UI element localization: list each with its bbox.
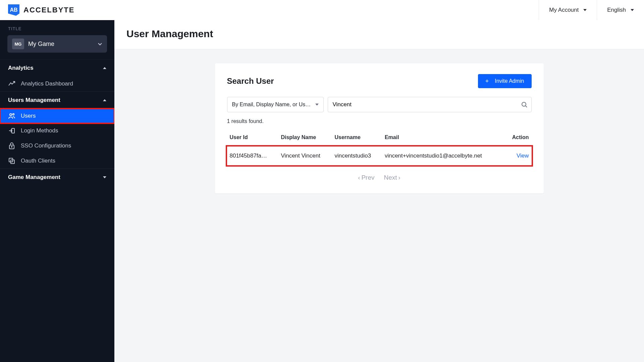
- pager-prev[interactable]: ‹ Prev: [358, 174, 374, 181]
- title-name: My Game: [28, 41, 94, 48]
- sidebar-item-login-methods[interactable]: Login Methods: [0, 123, 114, 138]
- brand-name: ACCELBYTE: [23, 6, 74, 14]
- brand: AB ACCELBYTE: [8, 4, 74, 16]
- invite-admin-label: Invite Admin: [495, 78, 524, 84]
- svg-point-1: [13, 114, 14, 115]
- chevron-right-icon: ›: [398, 174, 400, 181]
- sidebar: TITLE MG My Game Analytics Analytics Das…: [0, 20, 114, 362]
- col-username: Username: [332, 130, 382, 146]
- sidebar-item-users[interactable]: Users: [0, 109, 114, 123]
- search-icon: [521, 102, 527, 108]
- pager-next-label: Next: [384, 174, 397, 181]
- svg-point-0: [10, 114, 12, 116]
- svg-line-8: [526, 106, 527, 107]
- pager-next[interactable]: Next ›: [384, 174, 400, 181]
- table-row: 801f45b87fa… Vincent Vincent vincentstud…: [227, 146, 532, 165]
- page-header: User Management: [114, 20, 644, 49]
- search-filter-select[interactable]: By Email, Display Name, or Use…: [227, 97, 324, 112]
- svg-point-7: [522, 102, 526, 106]
- users-icon: [8, 113, 15, 119]
- chevron-down-icon: [315, 104, 319, 106]
- chevron-down-icon: [98, 41, 102, 47]
- sidebar-item-sso-config[interactable]: SSO Configurations: [0, 138, 114, 154]
- title-chip: MG: [12, 39, 24, 49]
- section-label: Analytics: [8, 65, 34, 71]
- main: User Management Search User + Invite Adm…: [114, 20, 644, 362]
- my-account-label: My Account: [549, 7, 579, 13]
- col-action: Action: [505, 130, 532, 146]
- chevron-down-icon: [103, 176, 106, 178]
- col-user-id: User Id: [227, 130, 278, 146]
- cell-email: vincent+vincentstudio1@accelbyte.net: [382, 146, 505, 165]
- language-menu[interactable]: English: [597, 0, 644, 20]
- sidebar-item-analytics-dashboard[interactable]: Analytics Dashboard: [0, 76, 114, 92]
- section-analytics[interactable]: Analytics: [0, 59, 114, 76]
- results-table: User Id Display Name Username Email Acti…: [227, 130, 532, 165]
- svg-point-4: [11, 146, 12, 147]
- sidebar-item-label: Oauth Clients: [21, 158, 55, 164]
- search-input-wrap: [328, 97, 532, 112]
- sidebar-item-label: Analytics Dashboard: [21, 80, 73, 87]
- topbar-right: My Account English: [539, 0, 644, 20]
- sidebar-item-label: Users: [21, 113, 36, 119]
- section-users-management[interactable]: Users Management: [0, 92, 114, 109]
- search-user-card: Search User + Invite Admin By Email, Dis…: [215, 63, 544, 193]
- view-link[interactable]: View: [517, 153, 529, 159]
- pager-prev-label: Prev: [361, 174, 374, 181]
- trend-icon: [8, 81, 15, 87]
- chevron-up-icon: [103, 99, 106, 101]
- section-game-management[interactable]: Game Management: [0, 169, 114, 186]
- search-input[interactable]: [333, 97, 521, 112]
- col-email: Email: [382, 130, 505, 146]
- chevron-down-icon: [631, 9, 634, 11]
- cell-user-id: 801f45b87fa…: [227, 146, 278, 165]
- brand-logo-icon: AB: [8, 4, 19, 16]
- section-label: Users Management: [8, 97, 60, 104]
- card-title: Search User: [227, 76, 274, 86]
- sidebar-title-label: TITLE: [0, 26, 114, 31]
- pager: ‹ Prev Next ›: [227, 174, 532, 181]
- page-title: User Management: [126, 28, 632, 40]
- sidebar-item-label: SSO Configurations: [21, 142, 71, 149]
- plus-icon: +: [485, 78, 489, 84]
- chevron-left-icon: ‹: [358, 174, 360, 181]
- lock-icon: [8, 142, 15, 149]
- chevron-down-icon: [583, 9, 587, 11]
- invite-admin-button[interactable]: + Invite Admin: [478, 74, 532, 88]
- language-label: English: [607, 7, 626, 13]
- title-select[interactable]: MG My Game: [7, 35, 107, 53]
- cell-display-name: Vincent Vincent: [278, 146, 332, 165]
- my-account-menu[interactable]: My Account: [539, 0, 597, 20]
- topbar: AB ACCELBYTE My Account English: [0, 0, 644, 20]
- section-label: Game Management: [8, 174, 60, 181]
- login-icon: [8, 127, 15, 134]
- cell-username: vincentstudio3: [332, 146, 382, 165]
- results-count: 1 results found.: [227, 118, 532, 124]
- sidebar-item-label: Login Methods: [21, 127, 58, 134]
- col-display-name: Display Name: [278, 130, 332, 146]
- search-filter-value: By Email, Display Name, or Use…: [232, 102, 312, 108]
- sidebar-item-oauth-clients[interactable]: Oauth Clients: [0, 154, 114, 169]
- chevron-up-icon: [103, 67, 106, 69]
- apps-icon: [8, 158, 15, 164]
